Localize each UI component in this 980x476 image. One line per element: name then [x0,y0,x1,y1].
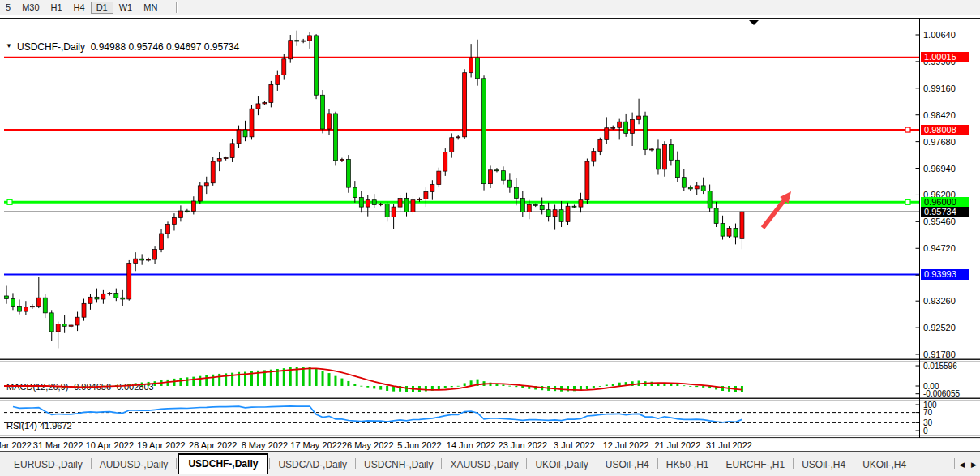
tab-separator [441,458,442,469]
date-axis-label: 21 Jul 2022 [654,440,700,450]
price-tick-label: 0.96940 [923,164,956,174]
date-axis-label: 19 Apr 2022 [137,440,185,450]
price-tick-label: 0.93260 [923,296,956,306]
tab-ukoil-daily[interactable]: UKOil-,Daily [528,457,595,474]
tab-separator [597,458,597,469]
macd-panel[interactable] [0,367,743,392]
date-axis-label: 17 May 2022 [290,440,342,450]
price-tick-label: 0.95460 [923,217,956,226]
date-axis-label: 8 May 2022 [242,440,288,450]
price-tick-label: 1.00640 [923,30,956,40]
tab-ukoil-h4[interactable]: UKOil-,H4 [855,457,914,474]
chart-shift-marker-icon[interactable] [749,20,759,25]
tab-usoil-h4[interactable]: USOil-,H4 [794,457,853,474]
tab-hk50-h1[interactable]: HK50-,H1 [659,457,717,474]
tab-audusd-daily[interactable]: AUDUSD-,Daily [92,457,176,474]
candlestick-series[interactable] [0,31,744,349]
date-axis-label: 5 Jun 2022 [397,440,441,450]
tab-usdcad-daily[interactable]: USDCAD-,Daily [271,457,354,474]
price-level-label: 1.00015 [921,52,969,62]
price-tick-label: 0.98420 [923,110,956,120]
tab-usdcnh-daily[interactable]: USDCNH-,Daily [357,457,440,474]
price-tick-label: 0.97680 [923,137,956,147]
date-axis-label: 31 Jul 2022 [706,440,752,450]
chart-canvas[interactable] [0,0,980,476]
macd-axis-label: -0.006055 [923,389,960,398]
date-axis-label: 12 Jul 2022 [603,440,649,450]
price-tick-label: 0.99160 [923,84,956,93]
level-lines[interactable] [4,58,920,275]
price-tick-label: 0.92520 [923,323,956,332]
symbol-tab-bar: EURUSD-,DailyAUDUSD-,DailyUSDCHF-,DailyU… [0,451,980,476]
tab-usdchf-daily[interactable]: USDCHF-,Daily [178,453,268,474]
tab-separator [954,458,955,469]
price-tick-label: 0.94720 [923,243,956,253]
date-axis-label: 10 Apr 2022 [86,440,134,450]
tab-separator [355,458,356,469]
tab-eurchf-h1[interactable]: EURCHF-,H1 [718,457,792,474]
price-level-label: 0.95734 [921,207,969,217]
date-axis-label: 28 Apr 2022 [189,440,237,450]
date-axis-label: 22 Mar 2022 [0,440,32,450]
rsi-panel[interactable] [4,406,920,423]
date-axis-label: 3 Jul 2022 [554,440,595,450]
tab-separator [793,458,794,469]
macd-axis-label: 0.015596 [923,362,957,371]
tab-separator [526,458,527,469]
arrow-annotation[interactable] [763,191,791,228]
tab-separator [91,458,92,469]
tab-separator [176,458,177,469]
date-axis-label: 14 Jun 2022 [447,440,496,450]
tab-eurusd-daily[interactable]: EURUSD-,Daily [6,457,90,474]
date-axis-label: 26 May 2022 [342,440,394,450]
tab-scroll-left-icon[interactable]: ◀ [956,461,968,469]
trading-terminal-window: 5M30H1H4D1W1MN ▼ USDCHF-,Daily 0.94988 0… [0,0,980,476]
rsi-axis-label: 70 [923,408,932,417]
price-level-label: 0.98008 [921,125,969,135]
date-axis-label: 23 Jun 2022 [499,440,548,450]
tab-separator [657,458,658,469]
tab-scroll-right-icon[interactable]: ▶ [968,461,980,469]
tab-usoil-h4[interactable]: USOil-,H4 [598,457,657,474]
price-tick-label: 0.91780 [923,349,956,359]
date-axis-label: 31 Mar 2022 [33,440,83,450]
tab-xauusd-daily[interactable]: XAUUSD-,Daily [443,457,525,474]
rsi-axis-label: 0 [923,427,928,435]
tab-separator [717,458,717,469]
tab-separator [854,458,854,469]
price-level-label: 0.93993 [921,269,969,280]
tab-separator [269,458,270,469]
